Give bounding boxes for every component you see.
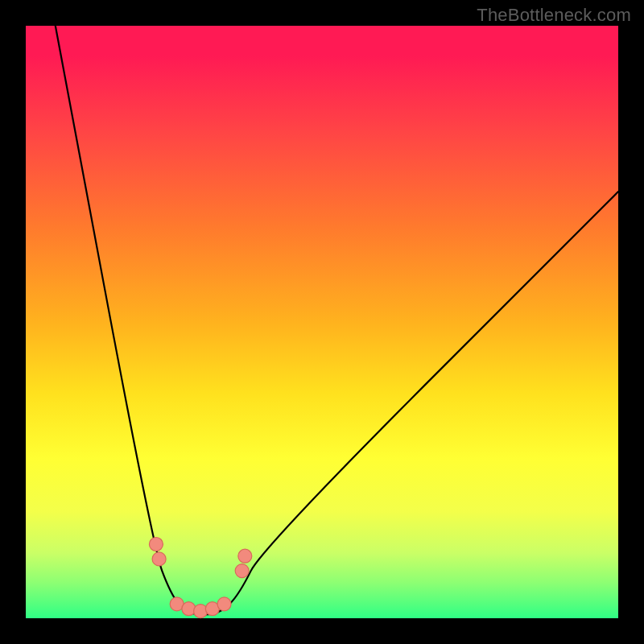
plot-area	[26, 26, 618, 618]
marker-floor-5	[217, 597, 231, 611]
marker-right-pair-top	[238, 549, 252, 563]
marker-floor-3	[194, 605, 208, 618]
marker-left-pair-top	[149, 538, 163, 551]
marker-floor-2	[182, 602, 196, 616]
watermark-text: TheBottleneck.com	[477, 5, 631, 26]
chart-frame: TheBottleneck.com	[0, 0, 644, 644]
marker-left-pair-bottom	[152, 552, 166, 566]
marker-right-pair-bottom	[235, 564, 249, 578]
curve-markers	[26, 26, 618, 618]
